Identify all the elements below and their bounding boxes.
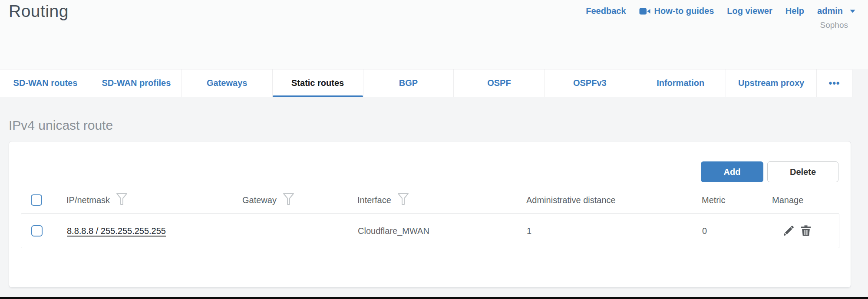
filter-funnel-icon[interactable] — [397, 193, 409, 208]
select-all-checkbox[interactable] — [31, 194, 42, 206]
route-detail-link[interactable]: 8.8.8.8 / 255.255.255.255 — [67, 226, 166, 236]
header-checkbox-cell — [21, 194, 66, 206]
tab-static-routes[interactable]: Static routes — [272, 69, 363, 97]
filter-funnel-icon[interactable] — [283, 193, 294, 208]
col-ip-netmask: IP/netmask — [66, 193, 242, 208]
routing-tabbar: SD-WAN routes SD-WAN profiles Gateways S… — [0, 69, 852, 97]
howto-guides-link[interactable]: How-to guides — [639, 6, 714, 16]
cell-ip-netmask: 8.8.8.8 / 255.255.255.255 — [67, 226, 243, 236]
filter-funnel-icon[interactable] — [116, 193, 128, 208]
utility-nav: Feedback How-to guides Log viewer Help a… — [586, 6, 855, 16]
cell-metric: 0 — [702, 226, 772, 236]
add-button[interactable]: Add — [701, 161, 763, 182]
tab-bgp[interactable]: BGP — [363, 69, 454, 97]
tab-ospf[interactable]: OSPF — [453, 69, 544, 97]
brand-label: Sophos — [820, 20, 848, 30]
row-checkbox-cell — [21, 225, 67, 237]
col-metric: Metric — [702, 195, 772, 205]
tab-sdwan-profiles[interactable]: SD-WAN profiles — [91, 69, 182, 97]
window-bottom-edge — [0, 297, 868, 299]
delete-button[interactable]: Delete — [767, 161, 838, 182]
tab-overflow-menu[interactable]: ••• — [816, 69, 852, 97]
col-admin-distance: Administrative distance — [526, 195, 702, 205]
row-checkbox[interactable] — [31, 225, 43, 237]
routing-page: Routing Feedback How-to guides Log viewe… — [0, 0, 868, 299]
pencil-icon[interactable] — [782, 224, 795, 237]
page-header: Routing Feedback How-to guides Log viewe… — [0, 0, 868, 69]
tab-sdwan-routes[interactable]: SD-WAN routes — [0, 69, 91, 97]
tab-information[interactable]: Information — [635, 69, 726, 97]
page-title: Routing — [9, 2, 69, 21]
route-toolbar: Add Delete — [701, 161, 838, 182]
help-link[interactable]: Help — [785, 6, 804, 16]
video-camera-icon — [639, 7, 650, 16]
section-heading: IPv4 unicast route — [9, 118, 113, 133]
ipv4-route-card: Add Delete IP/netmask Gateway — [9, 141, 851, 288]
tab-upstream-proxy[interactable]: Upstream proxy — [726, 69, 816, 97]
feedback-link[interactable]: Feedback — [586, 6, 626, 16]
cell-admin-distance: 1 — [527, 226, 702, 236]
col-manage: Manage — [772, 195, 839, 205]
static-routes-content: IPv4 unicast route Add Delete IP/netmask — [0, 98, 868, 299]
trash-icon[interactable] — [799, 224, 812, 237]
cell-manage — [772, 224, 840, 237]
cell-interface: Cloudflare_MWAN — [358, 226, 527, 236]
table-row: 8.8.8.8 / 255.255.255.255 Cloudflare_MWA… — [21, 214, 839, 248]
log-viewer-link[interactable]: Log viewer — [727, 6, 772, 16]
tab-gateways[interactable]: Gateways — [182, 69, 272, 97]
col-interface: Interface — [357, 193, 526, 208]
user-menu[interactable]: admin — [817, 6, 855, 16]
tab-ospfv3[interactable]: OSPFv3 — [544, 69, 635, 97]
col-gateway: Gateway — [242, 193, 357, 208]
chevron-down-icon — [850, 10, 855, 13]
table-header: IP/netmask Gateway Interface — [21, 190, 839, 210]
